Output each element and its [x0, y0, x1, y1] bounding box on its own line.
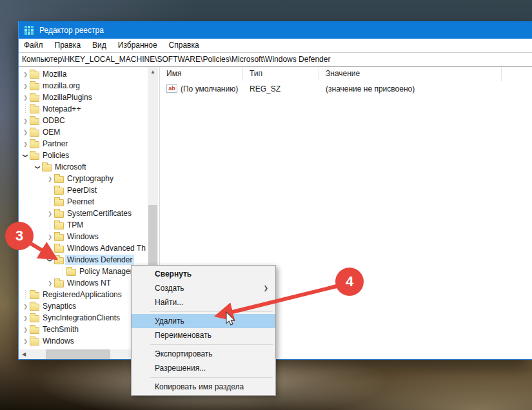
tree-item[interactable]: ❯Microsoft — [19, 161, 159, 173]
tree-item-label: Windows — [65, 231, 101, 242]
tree-item[interactable]: ❯Peernet — [19, 196, 159, 208]
tree-item[interactable]: ❯MozillaPlugins — [19, 92, 159, 103]
tree-item-label: ODBC — [41, 115, 67, 126]
context-menu-item-label: Найти... — [155, 298, 183, 307]
tree-item-label: Windows — [41, 336, 76, 346]
folder-icon — [54, 188, 64, 195]
menu-separator — [150, 377, 273, 378]
menu-bar: ФайлПравкаВидИзбранноеСправка — [18, 39, 532, 53]
context-menu-item[interactable]: Экспортировать — [132, 347, 275, 361]
folder-icon — [54, 199, 64, 206]
folder-icon — [30, 153, 39, 160]
tree-item[interactable]: ❯mozilla.org — [19, 80, 159, 92]
column-header[interactable]: Имя — [160, 67, 243, 81]
chevron-right-icon[interactable]: ❯ — [21, 126, 30, 138]
menu-item[interactable]: Правка — [49, 39, 87, 52]
tree-guide-line: ❯ — [58, 266, 66, 277]
chevron-right-icon[interactable]: ❯ — [21, 300, 30, 312]
horizontal-scrollbar-thumb[interactable] — [46, 349, 110, 359]
tree-item[interactable]: ❯Windows — [19, 231, 159, 242]
value-row[interactable]: ab(По умолчанию)REG_SZ(значение не присв… — [160, 83, 502, 95]
value-text: REG_SZ — [250, 84, 281, 93]
context-menu-item-label: Переименовать — [155, 331, 212, 340]
chevron-right-icon[interactable]: ❯ — [46, 231, 54, 242]
folder-icon — [30, 95, 39, 102]
menu-item[interactable]: Файл — [18, 39, 49, 52]
context-menu-item-label: Копировать имя раздела — [155, 382, 244, 391]
tree-item-label: SyncIntegrationClients — [41, 313, 122, 323]
chevron-right-icon[interactable]: ❯ — [21, 80, 30, 92]
column-header[interactable]: Тип — [243, 67, 319, 81]
values-header-row: ИмяТипЗначение — [160, 67, 502, 81]
chevron-right-icon[interactable]: ❯ — [21, 324, 30, 335]
value-cell-name: ab(По умолчанию) — [160, 84, 243, 93]
chevron-right-icon[interactable]: ❯ — [21, 68, 30, 80]
title-bar[interactable]: Редактор реестра — [18, 21, 532, 39]
context-menu-item-label: Разрешения... — [155, 364, 206, 373]
chevron-down-icon[interactable]: ❯ — [34, 161, 42, 173]
tree-item[interactable]: ❯SystemCertificates — [19, 208, 159, 219]
chevron-right-icon[interactable]: ❯ — [21, 115, 30, 126]
context-menu: СвернутьСоздать❯Найти...УдалитьПереимено… — [131, 265, 276, 396]
tree-item-label: TPM — [65, 220, 85, 230]
tree-item[interactable]: ❯ODBC — [19, 115, 159, 126]
scroll-up-icon[interactable]: ▲ — [148, 67, 158, 77]
registry-editor-app-icon — [25, 26, 34, 35]
tree-item[interactable]: ❯Cryptography — [19, 173, 159, 184]
address-bar[interactable]: Компьютер\HKEY_LOCAL_MACHINE\SOFTWARE\Po… — [18, 53, 532, 67]
context-menu-item[interactable]: Создать❯ — [132, 281, 275, 295]
folder-icon — [30, 141, 39, 148]
tree-item[interactable]: ❯Mozilla — [19, 68, 159, 80]
context-menu-item-label: Экспортировать — [155, 349, 213, 358]
context-menu-item[interactable]: Удалить — [132, 314, 275, 328]
scroll-left-icon[interactable]: ◀ — [19, 349, 29, 359]
chevron-down-icon[interactable]: ❯ — [46, 254, 54, 266]
folder-icon — [30, 292, 39, 299]
context-menu-item[interactable]: Свернуть — [132, 267, 275, 281]
chevron-right-icon[interactable]: ❯ — [21, 138, 30, 150]
folder-icon — [30, 327, 39, 334]
value-text: (По умолчанию) — [181, 84, 238, 93]
tree-item-label: SystemCertificates — [65, 208, 133, 219]
tree-item-label: mozilla.org — [41, 81, 82, 91]
tree-item-label: Notepad++ — [41, 104, 83, 114]
folder-icon — [54, 246, 64, 253]
context-menu-item[interactable]: Разрешения... — [132, 361, 275, 375]
tree-item[interactable]: ❯Partner — [19, 138, 159, 150]
folder-icon — [30, 106, 39, 113]
folder-icon — [54, 176, 64, 183]
tree-item[interactable]: ❯Windows Defender — [19, 254, 159, 266]
chevron-right-icon[interactable]: ❯ — [21, 92, 30, 103]
context-menu-item[interactable]: Найти... — [132, 295, 275, 309]
value-cell-type: REG_SZ — [243, 84, 319, 93]
tree-item[interactable]: ❯TPM — [19, 219, 159, 231]
value-cell-value: (значение не присвоено) — [319, 84, 502, 93]
chevron-right-icon[interactable]: ❯ — [46, 277, 54, 289]
column-header[interactable]: Значение — [319, 67, 502, 81]
folder-icon — [54, 234, 64, 241]
folder-icon — [54, 257, 64, 264]
menu-item[interactable]: Вид — [86, 39, 112, 52]
chevron-right-icon[interactable]: ❯ — [46, 208, 54, 219]
tree-guide-line: ❯ — [21, 103, 30, 115]
tree-item[interactable]: ❯OEM — [19, 126, 159, 138]
menu-item[interactable]: Справка — [163, 39, 205, 52]
context-menu-item[interactable]: Переименовать — [132, 328, 275, 342]
tree-item[interactable]: ❯Notepad++ — [19, 103, 159, 115]
registry-path: Компьютер\HKEY_LOCAL_MACHINE\SOFTWARE\Po… — [22, 55, 330, 64]
chevron-right-icon[interactable]: ❯ — [21, 335, 30, 347]
tree-item-label: Microsoft — [53, 162, 88, 172]
menu-item[interactable]: Избранное — [112, 39, 163, 52]
chevron-down-icon[interactable]: ❯ — [21, 150, 30, 161]
tree-item-label: Partner — [41, 139, 70, 149]
chevron-right-icon[interactable]: ❯ — [21, 312, 30, 324]
tree-item[interactable]: ❯Policies — [19, 150, 159, 161]
chevron-right-icon[interactable]: ❯ — [46, 173, 54, 184]
folder-icon — [42, 164, 52, 171]
tree-guide-line: ❯ — [46, 242, 54, 254]
tree-item[interactable]: ❯Windows Advanced Th — [19, 242, 159, 254]
tree-guide-line: ❯ — [46, 184, 54, 196]
tree-item[interactable]: ❯PeerDist — [19, 184, 159, 196]
context-menu-item[interactable]: Копировать имя раздела — [132, 380, 275, 394]
desktop-wallpaper: Редактор реестра ФайлПравкаВидИзбранноеС… — [0, 0, 532, 410]
